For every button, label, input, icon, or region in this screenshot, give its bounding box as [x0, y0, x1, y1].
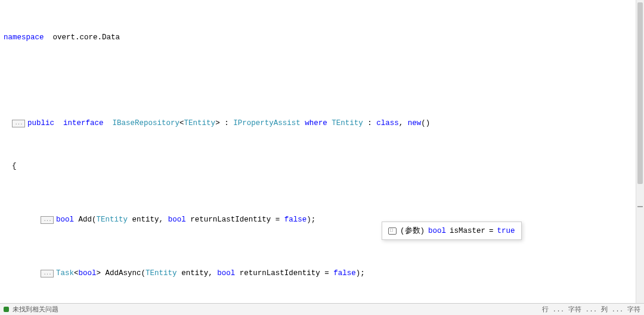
- keyword: bool: [168, 214, 186, 225]
- type: Task: [56, 268, 74, 279]
- keyword: interface: [63, 118, 104, 129]
- param: entity: [132, 214, 159, 225]
- keyword: bool: [56, 214, 74, 225]
- code-editor[interactable]: namespace overt.core.Data ...public inte…: [0, 0, 644, 303]
- keyword: namespace: [4, 32, 44, 43]
- code-line[interactable]: [0, 75, 644, 86]
- status-indicator-icon: [4, 307, 9, 312]
- keyword: new: [408, 118, 422, 129]
- tooltip-type: bool: [428, 227, 446, 235]
- parameter-icon: [388, 227, 397, 235]
- tooltip-value: true: [497, 227, 515, 235]
- type: IBaseRepository: [113, 118, 180, 129]
- scrollbar-thumb[interactable]: [637, 2, 643, 184]
- type: TEntity: [184, 118, 216, 129]
- fold-icon[interactable]: ...: [41, 216, 54, 224]
- tooltip-name: isMaster: [450, 227, 485, 235]
- fold-icon[interactable]: ...: [12, 120, 25, 127]
- param: entity: [181, 268, 208, 279]
- fold-icon[interactable]: ...: [41, 270, 54, 277]
- code-line[interactable]: ...Task<bool> AddAsync(TEntity entity, b…: [0, 268, 644, 279]
- status-bar: 未找到相关问题 行 ... 字符 ... 列 ... 字符: [0, 303, 644, 315]
- namespace-name: overt.core.Data: [53, 32, 120, 43]
- tooltip-label: (参数): [400, 226, 425, 236]
- param: returnLastIdentity: [240, 268, 320, 279]
- status-right-text: 行 ... 字符 ... 列 ... 字符: [542, 305, 640, 314]
- code-line[interactable]: {: [0, 161, 644, 171]
- scrollbar-mark: [637, 206, 643, 207]
- type: TEntity: [97, 214, 128, 225]
- status-left-text: 未找到相关问题: [13, 305, 58, 314]
- code-line[interactable]: ...bool Add(TEntity entity, bool returnL…: [0, 214, 644, 225]
- keyword: false: [284, 214, 307, 225]
- keyword: bool: [79, 268, 97, 279]
- keyword: false: [333, 268, 356, 279]
- method-name: Add: [79, 214, 92, 225]
- param: returnLastIdentity: [190, 214, 271, 225]
- keyword: where: [305, 118, 327, 129]
- type: TEntity: [332, 118, 363, 129]
- parameter-tooltip: (参数) bool isMaster = true: [382, 222, 522, 240]
- code-line[interactable]: namespace overt.core.Data: [0, 32, 644, 43]
- method-name: AddAsync: [106, 268, 141, 279]
- keyword: class: [376, 118, 399, 129]
- keyword: bool: [217, 268, 235, 279]
- vertical-scrollbar[interactable]: [636, 0, 644, 303]
- type: TEntity: [145, 268, 177, 279]
- type: IPropertyAssist: [233, 118, 301, 129]
- code-line[interactable]: ...public interface IBaseRepository<TEnt…: [0, 118, 644, 129]
- tooltip-eq: =: [489, 227, 494, 235]
- keyword: public: [27, 118, 54, 129]
